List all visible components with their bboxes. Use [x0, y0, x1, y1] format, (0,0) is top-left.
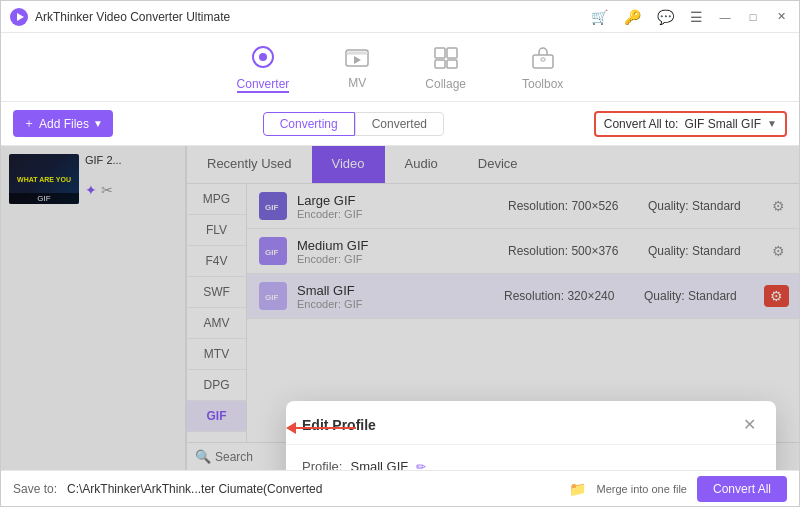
- tab-collage[interactable]: Collage: [417, 43, 474, 95]
- arrow-line: [296, 427, 356, 429]
- collage-icon: [434, 47, 458, 75]
- tab-converter[interactable]: Converter: [229, 41, 298, 97]
- arrow-head: [286, 422, 296, 434]
- svg-point-3: [259, 53, 267, 61]
- app-window: ArkThinker Video Converter Ultimate 🛒 🔑 …: [0, 0, 800, 507]
- mv-label: MV: [348, 76, 366, 90]
- toolbar: ＋ Add Files ▼ Converting Converted Conve…: [1, 102, 799, 146]
- toolbox-label: Toolbox: [522, 77, 563, 91]
- titlebar: ArkThinker Video Converter Ultimate 🛒 🔑 …: [1, 1, 799, 33]
- svg-rect-5: [346, 52, 368, 54]
- tab-mv[interactable]: MV: [337, 44, 377, 94]
- app-logo: [9, 7, 29, 27]
- add-files-button[interactable]: ＋ Add Files ▼: [13, 110, 113, 137]
- close-button[interactable]: ✕: [771, 7, 791, 27]
- svg-rect-9: [447, 60, 457, 68]
- add-files-label: Add Files: [39, 117, 89, 131]
- dialog-header: Edit Profile ✕: [286, 401, 776, 445]
- plus-icon: ＋: [23, 115, 35, 132]
- convert-all-button[interactable]: Convert All: [697, 476, 787, 502]
- convert-all-value: GIF Small GIF: [684, 117, 761, 131]
- svg-rect-7: [447, 48, 457, 58]
- maximize-button[interactable]: □: [743, 7, 763, 27]
- status-tabs: Converting Converted: [123, 112, 584, 136]
- dialog-close-button[interactable]: ✕: [739, 413, 760, 436]
- svg-rect-6: [435, 48, 445, 58]
- bottom-bar: Save to: C:\ArkThinker\ArkThink...ter Ci…: [1, 470, 799, 506]
- shopping-cart-icon[interactable]: 🛒: [587, 7, 612, 27]
- dialog-body: Profile: Small GIF ✏ Video Encoder: GIF: [286, 445, 776, 470]
- minimize-button[interactable]: —: [715, 7, 735, 27]
- toolbox-icon: [531, 47, 555, 75]
- dialog-overlay: Edit Profile ✕ Profile: Small GIF ✏ Vide…: [1, 146, 799, 470]
- profile-name-value: Small GIF: [350, 459, 408, 470]
- nav-tabs: Converter MV Collage: [1, 33, 799, 102]
- tab-toolbox[interactable]: Toolbox: [514, 43, 571, 95]
- edit-profile-dialog: Edit Profile ✕ Profile: Small GIF ✏ Vide…: [286, 401, 776, 470]
- convert-all-selector[interactable]: Convert All to: GIF Small GIF ▼: [594, 111, 787, 137]
- main-content: WHAT ARE YOU GIF GIF 2... ✦ ✂ Recently U…: [1, 146, 799, 470]
- folder-icon[interactable]: 📁: [569, 481, 586, 497]
- merge-label: Merge into one file: [596, 483, 687, 495]
- converter-label: Converter: [237, 77, 290, 93]
- converter-icon: [251, 45, 275, 75]
- profile-name-row: Profile: Small GIF ✏: [302, 459, 760, 470]
- save-path-value: C:\ArkThinker\ArkThink...ter Ciumate(Con…: [67, 482, 559, 496]
- convert-all-label: Convert All to:: [604, 117, 679, 131]
- window-controls: 🛒 🔑 💬 ☰ — □ ✕: [587, 7, 791, 27]
- converting-tab[interactable]: Converting: [263, 112, 355, 136]
- svg-rect-11: [541, 58, 545, 61]
- edit-pencil-icon[interactable]: ✏: [416, 460, 426, 471]
- mv-icon: [345, 48, 369, 74]
- svg-rect-8: [435, 60, 445, 68]
- menu-icon[interactable]: ☰: [686, 7, 707, 27]
- collage-label: Collage: [425, 77, 466, 91]
- chat-icon[interactable]: 💬: [653, 7, 678, 27]
- dropdown-arrow-icon: ▼: [93, 118, 103, 129]
- profile-label: Profile:: [302, 459, 342, 470]
- key-icon[interactable]: 🔑: [620, 7, 645, 27]
- app-title: ArkThinker Video Converter Ultimate: [35, 10, 587, 24]
- converted-tab[interactable]: Converted: [355, 112, 444, 136]
- save-to-label: Save to:: [13, 482, 57, 496]
- arrow-annotation: [286, 422, 356, 434]
- convert-all-arrow-icon: ▼: [767, 118, 777, 129]
